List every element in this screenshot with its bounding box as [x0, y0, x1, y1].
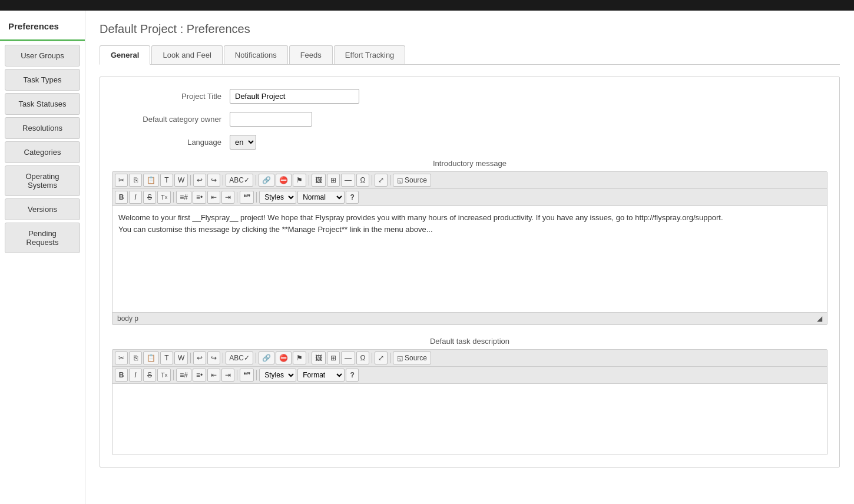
sep11 [190, 353, 191, 363]
main-content: Default Project : Preferences General Lo… [85, 11, 854, 504]
sidebar-item-user-groups[interactable]: User Groups [5, 45, 80, 67]
source-btn-1[interactable]: ◱ Source [393, 174, 431, 187]
image-btn[interactable]: 🖼 [312, 174, 326, 187]
special-char-btn[interactable]: Ω [356, 174, 369, 187]
anchor-btn[interactable]: ⚑ [293, 174, 306, 187]
app-container: Preferences User Groups Task Types Task … [0, 11, 854, 504]
spellcheck-btn[interactable]: ABC✓ [226, 174, 253, 187]
format-select-2[interactable]: Format Normal Heading 1 [297, 369, 345, 382]
help-btn-1[interactable]: ? [346, 191, 359, 204]
sidebar-item-operating-systems[interactable]: Operating Systems [5, 165, 80, 196]
sidebar-item-task-statuses[interactable]: Task Statuses [5, 93, 80, 115]
spellcheck-btn-2[interactable]: ABC✓ [226, 352, 253, 364]
tab-effort-tracking[interactable]: Effort Tracking [334, 45, 406, 64]
project-title-input[interactable] [230, 89, 359, 104]
hr-btn-2[interactable]: — [341, 352, 355, 364]
redo-btn[interactable]: ↪ [207, 174, 220, 187]
resize-handle-1[interactable]: ◢ [817, 314, 822, 323]
strike-btn-2[interactable]: S [143, 369, 156, 382]
blockquote-btn-2[interactable]: ❝❞ [240, 369, 254, 382]
paste-word-btn[interactable]: W [174, 174, 188, 187]
help-btn-2[interactable]: ? [346, 369, 359, 382]
paste-text-btn-2[interactable]: T [160, 352, 173, 364]
default-task-description-label: Default task description [112, 337, 827, 346]
blockquote-btn-1[interactable]: ❝❞ [240, 191, 254, 204]
top-bar [0, 0, 854, 11]
sep14 [309, 353, 309, 363]
special-char-btn-2[interactable]: Ω [356, 352, 369, 364]
cut-btn[interactable]: ✂ [115, 174, 128, 187]
unordered-list-btn-1[interactable]: ≡• [193, 191, 206, 204]
unordered-list-btn-2[interactable]: ≡• [193, 369, 206, 382]
editor-toolbar-1-row1: ✂ ⎘ 📋 T W ↩ ↪ ABC✓ 🔗 ⛔ ⚑ [112, 172, 827, 189]
editor-container-2: ✂ ⎘ 📋 T W ↩ ↪ ABC✓ 🔗 ⛔ ⚑ [112, 349, 827, 455]
redo-btn-2[interactable]: ↪ [207, 352, 220, 364]
link-btn-2[interactable]: 🔗 [259, 352, 274, 364]
indent-btn-1[interactable]: ⇥ [221, 191, 234, 204]
tab-notifications[interactable]: Notifications [224, 45, 288, 64]
sep4 [309, 175, 309, 185]
paste-btn-2[interactable]: 📋 [143, 352, 159, 364]
tab-feeds[interactable]: Feeds [289, 45, 333, 64]
strike-btn-1[interactable]: S [143, 191, 156, 204]
link-btn[interactable]: 🔗 [259, 174, 274, 187]
unlink-btn[interactable]: ⛔ [276, 174, 292, 187]
table-btn[interactable]: ⊞ [327, 174, 340, 187]
undo-btn-2[interactable]: ↩ [193, 352, 206, 364]
unlink-btn-2[interactable]: ⛔ [276, 352, 292, 364]
sep13 [256, 353, 256, 363]
source-btn-2[interactable]: ◱ Source [393, 352, 431, 364]
sep9 [256, 192, 257, 203]
paste-word-btn-2[interactable]: W [174, 352, 188, 364]
italic-btn-2[interactable]: I [129, 369, 142, 382]
outdent-btn-2[interactable]: ⇤ [207, 369, 220, 382]
image-btn-2[interactable]: 🖼 [312, 352, 326, 364]
sidebar-item-pending-requests[interactable]: Pending Requests [5, 223, 80, 253]
language-select[interactable]: en fr de es [230, 135, 256, 150]
italic-btn-1[interactable]: I [129, 191, 142, 204]
ordered-list-btn-1[interactable]: ≡# [176, 191, 191, 204]
clear-format-btn-2[interactable]: Tx [157, 369, 171, 382]
tab-general[interactable]: General [100, 45, 150, 65]
table-btn-2[interactable]: ⊞ [327, 352, 340, 364]
undo-btn[interactable]: ↩ [193, 174, 206, 187]
editor-area-2[interactable] [112, 384, 827, 455]
sep2 [223, 175, 223, 185]
introductory-message-section: Introductory message ✂ ⎘ 📋 T W ↩ ↪ ABC✓ [112, 159, 827, 325]
clear-format-btn-1[interactable]: Tx [157, 191, 171, 204]
paste-btn[interactable]: 📋 [143, 174, 159, 187]
editor-area-1[interactable]: Welcome to your first __Flyspray__ proje… [112, 206, 827, 312]
sidebar-item-task-types[interactable]: Task Types [5, 69, 80, 91]
sep16 [390, 353, 390, 363]
styles-select-1[interactable]: Styles [259, 191, 296, 204]
bold-btn-1[interactable]: B [115, 191, 128, 204]
fullscreen-btn-2[interactable]: ⤢ [375, 352, 388, 364]
fullscreen-btn[interactable]: ⤢ [375, 174, 388, 187]
sep3 [256, 175, 256, 185]
format-select-1[interactable]: Normal Heading 1 Heading 2 [297, 191, 345, 204]
sep12 [223, 353, 223, 363]
cut-btn-2[interactable]: ✂ [115, 352, 128, 364]
styles-select-2[interactable]: Styles [259, 369, 296, 382]
ordered-list-btn-2[interactable]: ≡# [176, 369, 191, 382]
sidebar-item-versions[interactable]: Versions [5, 198, 80, 220]
sidebar-header: Preferences [0, 16, 85, 41]
tab-look-and-feel[interactable]: Look and Feel [151, 45, 222, 64]
bold-btn-2[interactable]: B [115, 369, 128, 382]
form-section: Project Title Default category owner Lan… [100, 77, 840, 467]
hr-btn[interactable]: — [341, 174, 355, 187]
sep7 [173, 192, 174, 203]
default-category-owner-input[interactable] [230, 112, 312, 127]
indent-btn-2[interactable]: ⇥ [221, 369, 234, 382]
sidebar-item-resolutions[interactable]: Resolutions [5, 117, 80, 139]
sep5 [372, 175, 372, 185]
copy-btn-2[interactable]: ⎘ [129, 352, 142, 364]
outdent-btn-1[interactable]: ⇤ [207, 191, 220, 204]
paste-text-btn[interactable]: T [160, 174, 173, 187]
tabs: General Look and Feel Notifications Feed… [100, 45, 840, 65]
anchor-btn-2[interactable]: ⚑ [293, 352, 306, 364]
copy-btn[interactable]: ⎘ [129, 174, 142, 187]
default-category-owner-label: Default category owner [112, 115, 230, 124]
sidebar-item-categories[interactable]: Categories [5, 141, 80, 163]
sep17 [173, 370, 174, 380]
